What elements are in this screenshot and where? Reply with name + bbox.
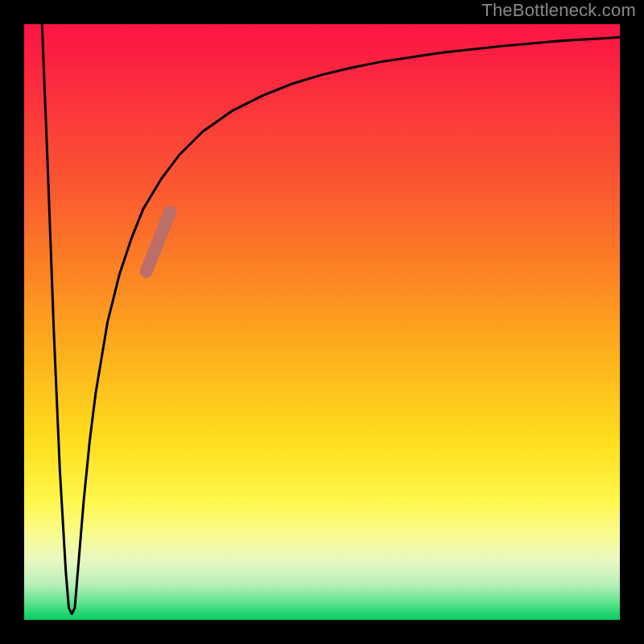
- highlight-marker: [147, 212, 171, 271]
- bottleneck-curve: [42, 24, 620, 614]
- plot-area: [24, 24, 620, 620]
- curve-layer: [24, 24, 620, 620]
- chart-container: TheBottleneck.com: [0, 0, 644, 644]
- watermark-label: TheBottleneck.com: [481, 0, 636, 21]
